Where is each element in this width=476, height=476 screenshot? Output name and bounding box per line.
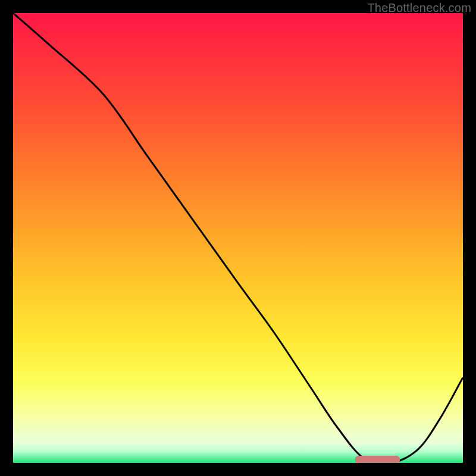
chart-frame: TheBottleneck.com (0, 0, 476, 476)
bottleneck-chart (13, 13, 463, 463)
gradient-background (13, 13, 463, 463)
plot-area (13, 13, 463, 463)
optimal-marker (355, 456, 400, 463)
